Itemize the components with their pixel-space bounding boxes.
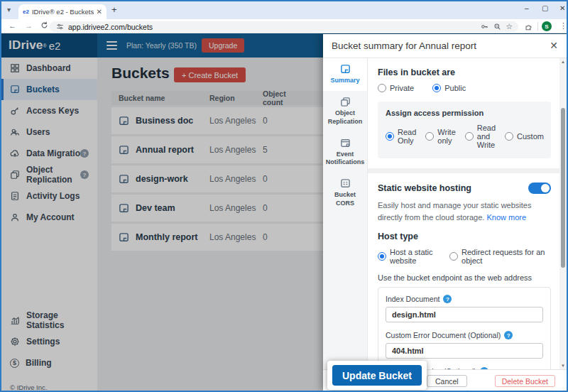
files-heading: Files in bucket are (378, 67, 551, 77)
index-document-label: Index Document? (386, 295, 543, 303)
tab-search-icon[interactable]: ▾ (7, 6, 11, 13)
tab-close-icon[interactable]: ✕ (97, 8, 102, 16)
tab-bucket-cors[interactable]: Bucket CORS (323, 173, 367, 214)
host-type-heading: Host type (378, 232, 551, 241)
radio-icon-selected[interactable] (432, 84, 441, 92)
access-radio-group: Read Only Write only Read and Write Cust… (386, 124, 543, 149)
window-alert-icon (340, 138, 351, 148)
close-icon[interactable]: ✕ (550, 40, 558, 51)
toolbar-divider (537, 22, 538, 31)
radio-public[interactable]: Public (432, 84, 466, 92)
know-more-link[interactable]: Know more (486, 213, 526, 222)
radio-read-only[interactable]: Read Only (386, 128, 416, 145)
radio-icon[interactable] (449, 252, 458, 261)
access-permission-box: Assign access permission Read Only Write… (378, 102, 551, 158)
panel-tabs: Summary Object Replication Event Notific… (323, 58, 368, 369)
bookmark-star-icon[interactable]: ☆ (506, 22, 513, 31)
index-document-input[interactable] (386, 307, 543, 322)
extensions-icon[interactable] (525, 22, 533, 35)
tab-strip: ▾ e2 IDrive® e2 - Buckets ✕ + – ▢ ✕ (1, 1, 567, 19)
radio-icon[interactable] (465, 132, 474, 141)
scroll-up-icon[interactable]: ▲ (559, 60, 567, 64)
browser-toolbar: ← → app.idrivee2.com/buckets ☆ (1, 19, 567, 33)
close-window-button[interactable]: ✕ (559, 4, 565, 12)
panel-scrollbar[interactable]: ▲ ▼ (559, 58, 567, 369)
hosting-toggle[interactable] (528, 183, 551, 194)
copy-icon (340, 97, 351, 107)
bucket-summary-panel: Bucket summary for Annual report ✕ Summa… (323, 34, 567, 391)
radio-host-static-website[interactable]: Host a static website (378, 248, 449, 265)
radio-icon-selected[interactable] (386, 132, 394, 141)
custom-error-input[interactable] (386, 343, 543, 359)
update-bucket-button[interactable]: Update Bucket (332, 365, 422, 386)
tab-object-replication[interactable]: Object Replication (323, 91, 367, 132)
radio-custom[interactable]: Custom (505, 132, 544, 141)
section-divider (368, 168, 559, 173)
panel-header: Bucket summary for Annual report ✕ (323, 34, 567, 58)
address-bar[interactable]: app.idrivee2.com/buckets ☆ (50, 21, 518, 32)
radio-icon[interactable] (378, 84, 386, 92)
bucket-cors-icon (340, 178, 351, 189)
cancel-button[interactable]: Cancel (427, 375, 467, 387)
endpoint-note: Use the bucket endpoint as the web addre… (378, 273, 551, 282)
reload-icon[interactable] (40, 21, 48, 31)
zoom-icon[interactable] (493, 23, 501, 31)
new-tab-button[interactable]: + (111, 4, 117, 15)
radio-redirect-requests[interactable]: Redirect requests for an object (449, 248, 551, 265)
help-icon[interactable]: ? (443, 295, 452, 303)
files-radio-group: Private Public (378, 84, 551, 92)
hosting-description: Easily host and manage your static websi… (378, 200, 551, 224)
access-heading: Assign access permission (386, 109, 543, 117)
forward-icon[interactable]: → (25, 21, 33, 30)
profile-avatar[interactable]: S (542, 21, 552, 31)
browser-tab[interactable]: e2 IDrive® e2 - Buckets ✕ (18, 4, 106, 19)
radio-read-and-write[interactable]: Read and Write (465, 124, 496, 149)
tab-event-notifications[interactable]: Event Notifications (323, 132, 367, 173)
radio-write-only[interactable]: Write only (425, 128, 455, 145)
update-bucket-highlight-card: Update Bucket (327, 361, 427, 390)
delete-bucket-button[interactable]: Delete Bucket (495, 375, 555, 387)
radio-icon[interactable] (425, 132, 434, 141)
radio-private[interactable]: Private (378, 84, 414, 92)
website-fields-card: Index Document? Custom Error Document (O… (378, 287, 551, 369)
scrollbar-thumb[interactable] (561, 108, 565, 268)
radio-icon-selected[interactable] (378, 252, 386, 261)
browser-menu-icon[interactable]: ⋮ (559, 21, 567, 31)
custom-error-label: Custom Error Document (Optional)? (386, 331, 543, 339)
password-key-icon[interactable] (480, 23, 488, 31)
radio-icon[interactable] (505, 132, 513, 141)
scroll-down-icon[interactable]: ▼ (559, 364, 567, 368)
site-favicon: e2 (23, 9, 29, 15)
maximize-button[interactable]: ▢ (542, 4, 548, 12)
help-icon[interactable]: ? (504, 331, 513, 339)
minimize-button[interactable]: – (525, 4, 529, 12)
tab-title: IDrive® e2 - Buckets (32, 8, 94, 16)
browser-window: ▾ e2 IDrive® e2 - Buckets ✕ + – ▢ ✕ ← → … (0, 0, 568, 392)
panel-title: Bucket summary for Annual report (332, 40, 476, 51)
panel-content: Files in bucket are Private Public Assig… (368, 58, 559, 369)
tab-summary[interactable]: Summary (323, 58, 367, 91)
host-type-radio-group: Host a static website Redirect requests … (378, 248, 551, 265)
bucket-icon (340, 64, 351, 75)
hosting-heading: Static website hosting (378, 183, 471, 193)
url-text[interactable]: app.idrivee2.com/buckets (68, 23, 476, 31)
back-icon[interactable]: ← (9, 21, 16, 30)
browser-chrome: ▾ e2 IDrive® e2 - Buckets ✕ + – ▢ ✕ ← → … (1, 1, 567, 33)
site-settings-icon[interactable] (55, 23, 64, 31)
